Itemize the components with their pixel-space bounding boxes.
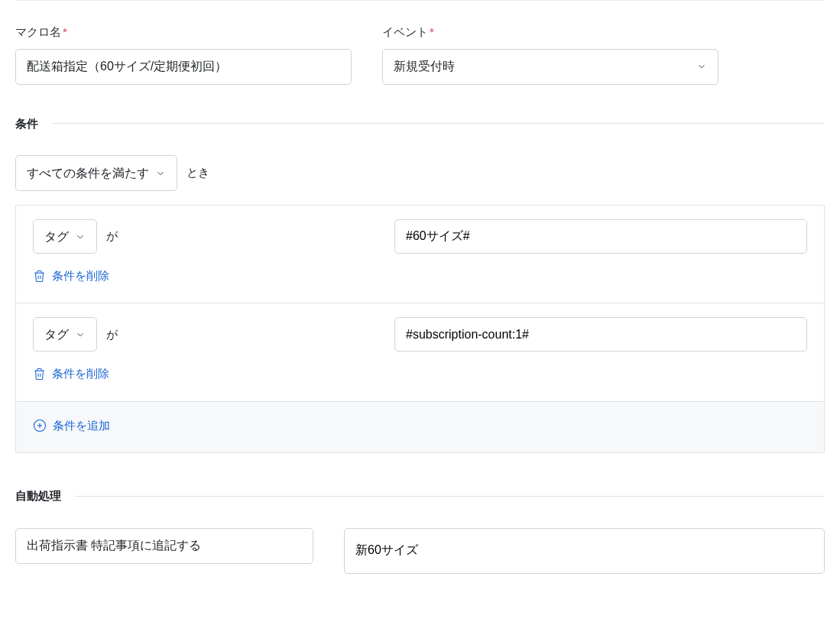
delete-condition-button[interactable]: 条件を削除 xyxy=(33,267,109,285)
required-asterisk: * xyxy=(430,25,434,38)
delete-condition-label: 条件を削除 xyxy=(52,267,109,285)
auto-process-value-input[interactable] xyxy=(344,528,825,574)
auto-process-action-select[interactable]: 出荷指示書 特記事項に追記する xyxy=(15,528,313,564)
section-divider xyxy=(75,496,825,497)
event-select[interactable]: 新規受付時 xyxy=(382,49,718,85)
section-divider xyxy=(52,123,825,124)
chevron-down-icon xyxy=(75,329,86,340)
plus-circle-icon xyxy=(33,419,47,432)
auto-process-action-label: 出荷指示書 特記事項に追記する xyxy=(27,536,201,555)
event-select-value: 新規受付時 xyxy=(394,57,455,76)
condition-ga: が xyxy=(106,228,118,245)
trash-icon xyxy=(33,270,46,283)
all-conditions-label: すべての条件を満たす xyxy=(27,164,149,183)
macro-name-input[interactable] xyxy=(15,49,352,85)
condition-field-label: タグ xyxy=(44,326,69,344)
delete-condition-button[interactable]: 条件を削除 xyxy=(33,365,109,383)
top-divider xyxy=(15,0,825,1)
condition-row: タグ が 条件を削除 xyxy=(15,205,825,303)
condition-field-select[interactable]: タグ xyxy=(33,317,97,351)
condition-value-input[interactable] xyxy=(394,317,807,351)
all-conditions-select[interactable]: すべての条件を満たす xyxy=(15,155,177,191)
condition-field-select[interactable]: タグ xyxy=(33,219,97,254)
chevron-down-icon xyxy=(696,61,707,72)
event-label: イベント* xyxy=(382,24,718,41)
condition-suffix-toki: とき xyxy=(186,164,209,182)
trash-icon xyxy=(33,368,46,381)
required-asterisk: * xyxy=(63,25,67,38)
delete-condition-label: 条件を削除 xyxy=(52,365,109,383)
auto-process-section-title: 自動処理 xyxy=(15,488,61,505)
condition-field-label: タグ xyxy=(44,228,69,246)
chevron-down-icon xyxy=(75,232,86,242)
condition-ga: が xyxy=(106,326,118,344)
add-condition-button[interactable]: 条件を追加 xyxy=(33,417,110,435)
condition-row: タグ が 条件を削除 xyxy=(15,303,825,401)
condition-value-input[interactable] xyxy=(394,219,807,254)
add-condition-label: 条件を追加 xyxy=(53,417,110,435)
conditions-section-title: 条件 xyxy=(15,115,38,133)
chevron-down-icon xyxy=(155,168,166,179)
macro-name-label: マクロ名* xyxy=(15,24,352,41)
